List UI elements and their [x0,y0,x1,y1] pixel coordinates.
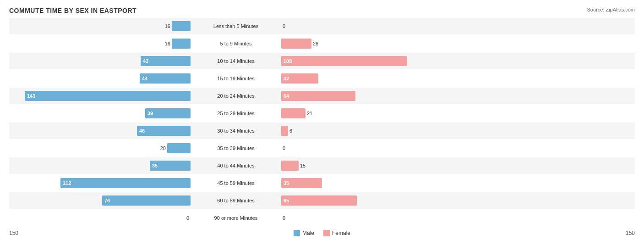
male-value: 20 [160,145,166,151]
left-bar-area: 16 [9,35,192,52]
chart-area: 16Less than 5 Minutes0165 to 9 Minutes26… [9,18,635,207]
row-label: 45 to 59 Minutes [192,180,279,186]
left-bar-area: 20 [9,140,192,156]
left-bar-area: 43 [9,53,192,69]
legend-female-box [323,230,330,236]
right-bar-area: 0 [279,140,463,156]
male-bar [167,143,191,153]
row-label: 5 to 9 Minutes [192,41,279,46]
row-label: 35 to 39 Minutes [192,145,279,151]
male-value: 16 [165,41,170,46]
chart-row: 3925 to 29 Minutes21 [9,105,635,122]
legend-male-box [294,230,300,236]
chart-row: 11245 to 59 Minutes35 [9,175,635,191]
legend-male-label: Male [302,230,314,236]
left-bar-area: 112 [9,175,192,191]
female-bar [281,126,288,136]
right-bar-area: 21 [279,105,463,122]
left-bar-area: 44 [9,70,192,87]
male-bar: 44 [140,73,191,84]
chart-title: COMMUTE TIME BY SEX IN EASTPORT [9,7,635,14]
row-label: 25 to 29 Minutes [192,111,279,116]
male-bar: 39 [145,108,191,118]
chart-container: COMMUTE TIME BY SEX IN EASTPORT Source: … [0,0,644,240]
left-bar-area: 76 [9,192,192,209]
male-value: 16 [165,23,170,29]
right-bar-area: 108 [279,53,463,69]
chart-row: 4310 to 14 Minutes108 [9,53,635,69]
legend-female: Female [323,230,350,236]
right-bar-area: 6 [279,123,463,139]
female-value: 6 [289,128,292,134]
chart-row: 7660 to 89 Minutes65 [9,192,635,209]
right-bar-area: 35 [279,175,463,191]
male-bar: 35 [150,161,191,171]
male-bar: 76 [102,195,191,206]
male-value: 0 [186,215,189,221]
female-value: 0 [283,23,285,29]
right-bar-area: 26 [279,35,463,52]
chart-row: 14320 to 24 Minutes64 [9,88,635,104]
female-bar: 35 [281,178,322,188]
male-bar [172,21,191,31]
female-bar: 65 [281,195,357,206]
row-label: 40 to 44 Minutes [192,163,279,168]
female-value: 0 [283,215,285,221]
left-bar-area: 35 [9,157,192,174]
female-value: 26 [313,41,318,46]
legend-female-label: Female [332,230,350,236]
right-bar-area: 15 [279,157,463,174]
female-bar: 32 [281,73,318,84]
male-bar: 112 [60,178,191,188]
female-bar: 64 [281,91,355,101]
source-label: Source: ZipAtlas.com [587,7,635,12]
row-label: 10 to 14 Minutes [192,58,279,64]
chart-row: 2035 to 39 Minutes0 [9,140,635,156]
female-value: 15 [300,163,306,168]
chart-row: 3540 to 44 Minutes15 [9,157,635,174]
row-label: 60 to 89 Minutes [192,198,279,203]
left-bar-area: 0 [9,210,192,226]
male-bar: 43 [141,56,191,66]
row-label: 90 or more Minutes [192,215,279,221]
female-value: 21 [307,111,312,116]
row-label: Less than 5 Minutes [192,23,279,29]
chart-row: 16Less than 5 Minutes0 [9,18,635,34]
left-bar-area: 16 [9,18,192,34]
chart-row: 090 or more Minutes0 [9,210,635,226]
axis-right-value: 150 [617,230,635,236]
female-bar [281,161,299,171]
female-bar: 108 [281,56,407,66]
female-value: 0 [283,145,285,151]
left-bar-area: 46 [9,123,192,139]
chart-row: 165 to 9 Minutes26 [9,35,635,52]
axis-left-value: 150 [9,230,27,236]
bottom-section: 150 Male Female 150 [9,230,635,236]
chart-row: 4415 to 19 Minutes32 [9,70,635,87]
right-bar-area: 64 [279,88,463,104]
row-label: 15 to 19 Minutes [192,76,279,81]
female-bar [281,39,311,49]
left-bar-area: 143 [9,88,192,104]
right-bar-area: 0 [279,18,463,34]
row-label: 30 to 34 Minutes [192,128,279,134]
right-bar-area: 32 [279,70,463,87]
female-bar [281,108,306,118]
right-bar-area: 65 [279,192,463,209]
male-bar: 46 [137,126,191,136]
legend: Male Female [294,230,350,236]
male-bar [172,39,191,49]
male-bar: 143 [25,91,191,101]
legend-male: Male [294,230,314,236]
chart-row: 4630 to 34 Minutes6 [9,123,635,139]
right-bar-area: 0 [279,210,463,226]
left-bar-area: 39 [9,105,192,122]
row-label: 20 to 24 Minutes [192,93,279,99]
